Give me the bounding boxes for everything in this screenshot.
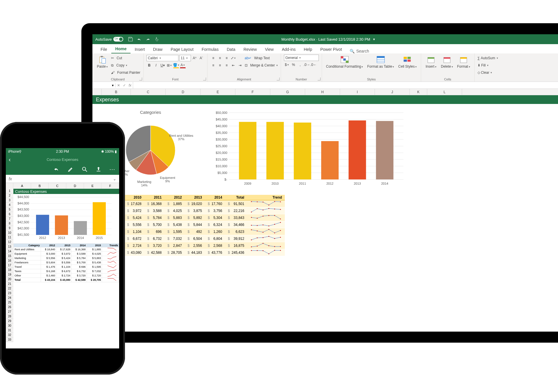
align-middle-button[interactable]: ≡ [217,55,223,61]
svg-text:$42,500: $42,500 [17,220,29,224]
group-styles: Conditional Formatting Format as Table C… [322,53,421,82]
tab-data[interactable]: Data [223,45,239,53]
delete-cells-button[interactable]: Delete [440,55,454,69]
col-header[interactable]: C [131,89,166,95]
svg-point-76 [274,215,275,216]
group-number: General $ % , .0→ .0← Number [281,53,322,82]
svg-point-69 [269,208,269,209]
bold-button[interactable]: B [146,62,152,68]
mobile-worksheet[interactable]: Contoso Expenses $41,500$42,000$42,500$4… [13,189,119,342]
tell-me-search[interactable]: 🔍 Search [350,49,369,53]
col-header[interactable]: K [410,89,427,95]
conditional-formatting-icon [340,55,349,64]
decrease-decimal-button[interactable]: .0← [311,62,316,68]
align-top-button[interactable]: ≡ [210,55,216,61]
italic-button[interactable]: I [153,62,159,68]
font-size-select[interactable]: 11 [179,55,191,61]
tab-power-pivot[interactable]: Power Pivot [316,45,346,53]
touch-mode-icon[interactable] [154,37,159,42]
tab-insert[interactable]: Insert [130,45,149,53]
share-icon[interactable] [95,166,102,172]
svg-rect-13 [407,57,411,59]
expenses-table[interactable]: 200920102011201220132014TotalTrend18,840… [104,195,285,256]
col-header[interactable]: F [235,89,270,95]
save-icon[interactable] [128,37,133,42]
tab-draw[interactable]: Draw [149,45,167,53]
col-header[interactable]: H [305,89,340,95]
dialog-launcher-icon[interactable] [318,78,321,80]
tab-view[interactable]: View [261,45,278,53]
worksheet[interactable]: Expenses Categories Rent and Utilities37… [92,95,558,256]
decrease-indent-button[interactable]: ⇤ [230,62,236,68]
tab-formulas[interactable]: Formulas [198,45,223,53]
col-header[interactable]: J [375,89,410,95]
search-icon[interactable] [81,166,88,172]
tab-home[interactable]: Home [111,45,131,53]
svg-rect-128 [74,221,87,235]
merge-center-button[interactable]: ⊡ Merge & Center [245,62,278,69]
border-button[interactable]: ⊞ [167,62,172,68]
mobile-expenses-table[interactable]: Category2012201320142015TrendsRent and U… [13,243,119,282]
conditional-formatting-button[interactable]: Conditional Formatting [325,55,364,69]
document-title[interactable]: Monthly Budget.xlsx · Last Saved 12/1/20… [281,37,375,42]
font-name-select[interactable]: Calibri [146,55,178,61]
align-left-button[interactable]: ≡ [210,62,216,68]
increase-decimal-button[interactable]: .0→ [304,62,310,68]
tab-add-ins[interactable]: Add-ins [278,45,300,53]
tab-review[interactable]: Review [239,45,261,53]
insert-cells-button[interactable]: Insert [424,55,438,69]
increase-indent-button[interactable]: ⇥ [237,62,243,68]
cancel-icon[interactable]: ✕ [117,83,120,87]
fill-button[interactable]: ⬇ Fill [477,62,489,69]
grow-font-button[interactable]: A^ [192,55,198,61]
autosave-toggle[interactable]: AutoSave [92,37,126,42]
undo-icon[interactable] [53,166,60,172]
bar-chart[interactable]: $-$5,000$10,000$15,000$20,000$25,000$30,… [212,110,409,192]
autosum-button[interactable]: ∑ AutoSum [477,55,498,62]
col-header[interactable]: B [102,89,131,95]
tab-file[interactable]: File [96,45,111,53]
underline-button[interactable]: U ▾ [160,62,166,68]
more-button[interactable]: ⋯ [109,166,115,173]
format-painter-button[interactable]: 🖌 Format Painter [111,69,140,76]
paste-button[interactable]: Paste [95,55,109,69]
col-header[interactable]: L [427,89,462,95]
align-bottom-button[interactable]: ≡ [224,55,230,61]
copy-button[interactable]: ⧉ Copy [111,62,140,69]
accounting-format-button[interactable]: $ [284,62,290,68]
comma-format-button[interactable]: , [297,62,303,68]
name-box[interactable]: ▾ [92,83,116,87]
orientation-button[interactable]: ⤢ [230,55,236,61]
col-header[interactable]: G [270,89,305,95]
wrap-text-button[interactable]: ab↵ Wrap Text [245,55,278,62]
cell-styles-button[interactable]: Cell Styles [397,55,418,69]
col-header[interactable]: D [166,89,201,95]
back-button[interactable]: ‹ [9,156,11,163]
cut-button[interactable]: ✂ Cut [111,55,140,62]
confirm-icon[interactable]: ✓ [123,83,126,87]
fx-icon[interactable]: fx [129,83,131,87]
font-color-button[interactable]: A [180,62,186,68]
percent-format-button[interactable]: % [291,62,296,68]
fill-color-button[interactable]: 🪣 [173,62,179,68]
shrink-font-button[interactable]: Aˇ [198,55,204,61]
dialog-launcher-icon[interactable] [203,78,206,80]
redo-icon[interactable] [145,37,151,42]
col-header[interactable]: I [340,89,375,95]
format-cells-button[interactable]: Format [456,55,471,69]
draw-icon[interactable] [67,166,74,172]
mobile-formula-bar[interactable]: fx⌄ [6,175,119,183]
align-center-button[interactable]: ≡ [217,62,223,68]
undo-icon[interactable] [137,37,142,42]
tab-help[interactable]: Help [300,45,316,53]
dialog-launcher-icon[interactable] [139,78,142,80]
insert-icon [427,55,435,64]
tab-page-layout[interactable]: Page Layout [167,45,198,53]
align-right-button[interactable]: ≡ [224,62,230,68]
mobile-bar-chart[interactable]: $41,500$42,000$42,500$43,000$43,500$44,0… [13,194,119,243]
col-header[interactable]: E [201,89,235,95]
clear-button[interactable]: ◇ Clear [477,69,492,76]
dialog-launcher-icon[interactable] [277,78,280,80]
number-format-select[interactable]: General [284,55,319,61]
format-as-table-button[interactable]: Format as Table [366,55,395,69]
